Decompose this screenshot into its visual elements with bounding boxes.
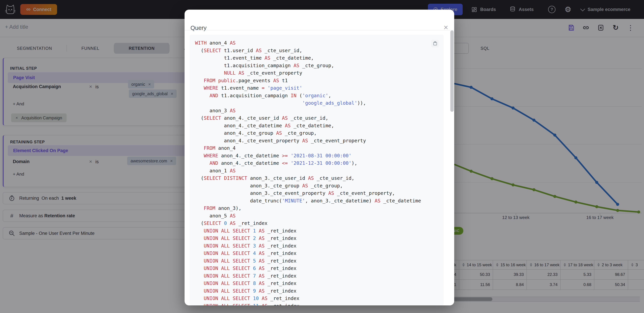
- sql-code-line: date_trunc('MINUTE', anon_3._cte_datetim…: [195, 197, 421, 205]
- sql-code-line: WHERE anon_4._cte_datetime >= '2021-08-3…: [195, 152, 421, 160]
- sql-code-block: WITH anon_4 AS (SELECT t1.user_id AS _ct…: [190, 34, 444, 306]
- sql-code: WITH anon_4 AS (SELECT t1.user_id AS _ct…: [195, 39, 421, 306]
- sql-code-line: UNION ALL SELECT 6 AS _ret_index: [195, 265, 421, 272]
- sql-code-line: UNION ALL SELECT 7 AS _ret_index: [195, 272, 421, 280]
- sql-code-line: UNION ALL SELECT 10 AS _ret_index: [195, 295, 421, 302]
- sql-code-line: anon_3._cte_group AS _cte_group,: [195, 182, 421, 190]
- sql-code-line: WITH anon_4 AS: [195, 39, 421, 47]
- sql-code-line: 'google_ads_global')),: [195, 100, 421, 107]
- sql-code-line: anon_4._cte_datetime AS _cte_datetime,: [195, 122, 421, 130]
- sql-code-line: anon_5 AS: [195, 212, 421, 220]
- sql-code-line: t1.acquisition_campaign AS _cte_group,: [195, 62, 421, 70]
- sql-code-line: UNION ALL SELECT 9 AS _ret_index: [195, 287, 421, 295]
- sql-code-line: (SELECT 0 AS _ret_index: [195, 220, 421, 227]
- sql-code-line: anon_4._cte_event_property AS _cte_event…: [195, 137, 421, 145]
- sql-code-line: anon_1 AS: [195, 167, 421, 175]
- sql-code-line: (SELECT DISTINCT anon_3._cte_user_id AS …: [195, 174, 421, 182]
- sql-code-line: UNION ALL SELECT 2 AS _ret_index: [195, 235, 421, 242]
- app-root: Connect Explore Boards: [0, 0, 644, 313]
- sql-code-line: FROM anon_4: [195, 144, 421, 152]
- copy-icon[interactable]: [431, 40, 439, 48]
- sql-code-line: AND anon_4._cte_datetime <= '2021-12-31 …: [195, 160, 421, 167]
- sql-code-line: UNION ALL SELECT 11 AS _ret_index: [195, 302, 421, 306]
- modal-scrollbar-thumb[interactable]: [450, 30, 454, 112]
- sql-code-line: anon_3 AS: [195, 107, 421, 115]
- query-modal: Query × WITH anon_4 AS (SELECT t1.user_i…: [184, 10, 454, 306]
- sql-code-line: UNION ALL SELECT 5 AS _ret_index: [195, 257, 421, 265]
- modal-divider: [184, 30, 454, 30]
- sql-code-line: AND t1.acquisition_campaign IN ('organic…: [195, 92, 421, 100]
- sql-code-line: t1.event_time AS _cte_datetime,: [195, 54, 421, 62]
- sql-code-line: WHERE t1.event_name = 'page_visit': [195, 84, 421, 92]
- sql-code-line: UNION ALL SELECT 3 AS _ret_index: [195, 242, 421, 250]
- sql-code-line: anon_3._cte_event_property AS _cte_event…: [195, 190, 421, 197]
- sql-code-line: FROM public.page_events AS t1: [195, 77, 421, 84]
- sql-code-line: UNION ALL SELECT 8 AS _ret_index: [195, 280, 421, 287]
- sql-code-line: (SELECT t1.user_id AS _cte_user_id,: [195, 47, 421, 54]
- sql-code-line: UNION ALL SELECT 1 AS _ret_index: [195, 227, 421, 235]
- sql-code-line: UNION ALL SELECT 4 AS _ret_index: [195, 250, 421, 257]
- sql-code-line: (SELECT anon_4._cte_user_id AS _cte_user…: [195, 114, 421, 122]
- sql-code-line: NULL AS _cte_event_property: [195, 70, 421, 77]
- sql-code-line: FROM anon_3),: [195, 204, 421, 212]
- sql-code-line: anon_4._cte_group AS _cte_group,: [195, 130, 421, 137]
